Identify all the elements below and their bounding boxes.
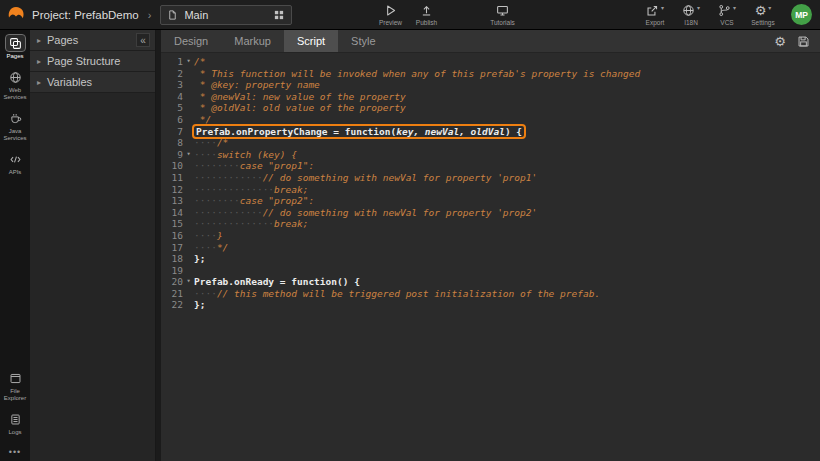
code-line[interactable]: 10········case "prop1": (161, 160, 820, 172)
code-line[interactable]: 9▾····switch (key) { (161, 149, 820, 161)
fold-marker-icon[interactable]: ▾ (183, 276, 194, 288)
avatar[interactable]: MP (791, 4, 812, 25)
code-line[interactable]: 13········case "prop2": (161, 195, 820, 207)
section-variables[interactable]: ▸ Variables (30, 72, 155, 93)
publish-label: Publish (416, 19, 437, 26)
code-line[interactable]: 6 */ (161, 114, 820, 126)
editor-tabbar: Design Markup Script Style ⚙ (161, 30, 820, 53)
code-line[interactable]: 16····} (161, 230, 820, 242)
fold-gutter (183, 184, 194, 196)
fold-marker-icon[interactable]: ▾ (183, 56, 194, 68)
page-icon (167, 9, 178, 21)
line-number: 9 (161, 149, 183, 161)
code-line[interactable]: 22}; (161, 299, 820, 311)
fold-gutter (183, 299, 194, 311)
tab-design[interactable]: Design (161, 30, 221, 52)
line-number: 17 (161, 242, 183, 254)
code-line[interactable]: 19 (161, 265, 820, 277)
fold-gutter (183, 91, 194, 103)
fold-gutter (183, 242, 194, 254)
editor-settings-gear-icon[interactable]: ⚙ (774, 35, 786, 48)
fold-gutter (183, 137, 194, 149)
export-button[interactable]: ▾ Export (637, 4, 673, 26)
publish-button[interactable]: Publish (409, 4, 445, 26)
caret-right-icon: ▸ (37, 78, 41, 87)
explorer-panel: ▸ Pages « ▸ Page Structure ▸ Variables (30, 30, 156, 461)
i18n-label: I18N (684, 19, 698, 26)
grid-icon[interactable] (273, 9, 285, 21)
line-number: 15 (161, 218, 183, 230)
code-line[interactable]: 3 * @key: property name (161, 79, 820, 91)
code-line[interactable]: 8····/* (161, 137, 820, 149)
code-text: ··············break; (194, 218, 308, 230)
vcs-button[interactable]: ▾ VCS (709, 4, 745, 26)
tab-script[interactable]: Script (284, 30, 338, 52)
code-text: ············// do something with newVal … (194, 207, 537, 219)
code-text: ········case "prop1": (194, 160, 314, 172)
sidebar-item-logs[interactable]: Logs (0, 411, 30, 436)
tabbar-actions: ⚙ (774, 30, 820, 52)
section-pages[interactable]: ▸ Pages « (30, 30, 155, 51)
line-number: 10 (161, 160, 183, 172)
more-icon[interactable]: ••• (9, 447, 21, 457)
tutorials-button[interactable]: Tutorials (485, 4, 521, 26)
code-line[interactable]: 4 * @newVal: new value of the property (161, 91, 820, 103)
code-line[interactable]: 21····// this method will be triggered p… (161, 288, 820, 300)
script-editor[interactable]: 1▾/*2 * This function will be invoked wh… (161, 53, 820, 461)
export-label: Export (646, 19, 665, 26)
preview-button[interactable]: Preview (373, 4, 409, 26)
project-label: Project: PrefabDemo (32, 9, 139, 21)
code-line[interactable]: 7Prefab.onPropertyChange = function(key,… (161, 126, 820, 138)
sidebar-item-file-explorer[interactable]: File Explorer (0, 370, 30, 402)
api-icon (6, 151, 25, 167)
code-line[interactable]: 1▾/* (161, 56, 820, 68)
code-line[interactable]: 2 * This function will be invoked when a… (161, 68, 820, 80)
save-icon[interactable] (797, 35, 810, 48)
code-line[interactable]: 11············// do something with newVa… (161, 172, 820, 184)
pages-icon (6, 35, 25, 51)
i18n-button[interactable]: ▾ I18N (673, 4, 709, 26)
code-text: * @key: property name (194, 79, 320, 91)
code-line[interactable]: 18}; (161, 253, 820, 265)
wavemaker-studio: Project: PrefabDemo › Main (0, 0, 820, 461)
app-logo-icon[interactable] (4, 3, 28, 27)
gear-icon: ⚙ ▾ (755, 4, 772, 18)
settings-button[interactable]: ⚙ ▾ Settings (745, 4, 781, 26)
logs-icon (6, 411, 25, 427)
tab-markup[interactable]: Markup (221, 30, 284, 52)
fold-gutter (183, 265, 194, 277)
fold-marker-icon[interactable]: ▾ (183, 149, 194, 161)
code-line[interactable]: 5 * @oldVal: old value of the property (161, 102, 820, 114)
line-number: 13 (161, 195, 183, 207)
code-text: ····} (194, 230, 223, 242)
coffee-icon (6, 110, 25, 126)
globe-icon: ▾ (682, 4, 700, 18)
line-number: 20 (161, 276, 183, 288)
section-page-structure[interactable]: ▸ Page Structure (30, 51, 155, 72)
sidebar-item-java-services[interactable]: Java Services (0, 110, 30, 142)
code-line[interactable]: 12··············break; (161, 184, 820, 196)
export-icon: ▾ (646, 4, 664, 18)
caret-down-icon: ▾ (697, 4, 700, 12)
page-selector[interactable]: Main (160, 5, 292, 25)
collapse-panel-button[interactable]: « (136, 33, 150, 47)
line-number: 11 (161, 172, 183, 184)
fold-gutter (183, 114, 194, 126)
sidebar-item-apis[interactable]: APIs (0, 151, 30, 176)
line-number: 16 (161, 230, 183, 242)
line-number: 8 (161, 137, 183, 149)
code-line[interactable]: 14············// do something with newVa… (161, 207, 820, 219)
tab-style[interactable]: Style (338, 30, 388, 52)
code-line[interactable]: 17····*/ (161, 242, 820, 254)
fold-gutter (183, 126, 194, 138)
code-text: */ (194, 114, 211, 126)
code-line[interactable]: 15··············break; (161, 218, 820, 230)
code-line[interactable]: 20▾Prefab.onReady = function() { (161, 276, 820, 288)
sidebar-item-pages[interactable]: Pages (0, 35, 30, 60)
activity-bar-bottom: File Explorer Logs ••• (0, 370, 30, 457)
fold-gutter (183, 253, 194, 265)
activity-bar: Pages Web Services Java Services (0, 30, 30, 461)
line-number: 19 (161, 265, 183, 277)
sidebar-item-web-services[interactable]: Web Services (0, 69, 30, 101)
code-text: Prefab.onPropertyChange = function(key, … (194, 126, 524, 138)
